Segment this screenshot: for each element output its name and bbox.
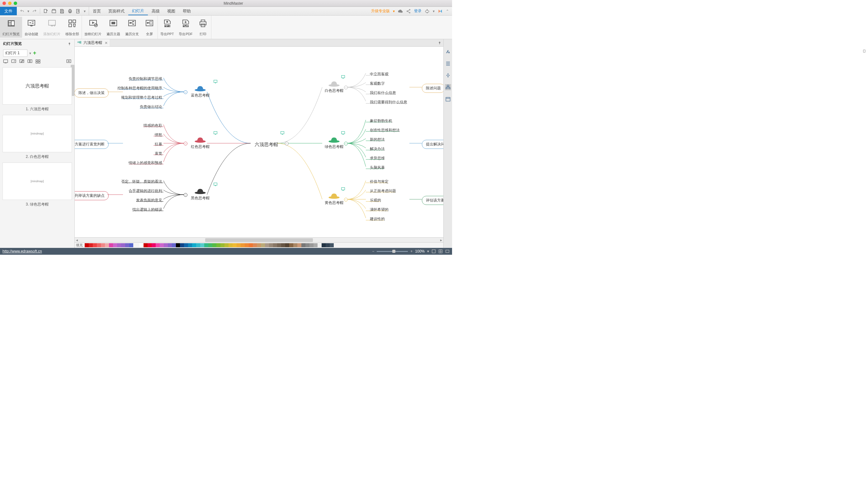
pin-icon[interactable] (438, 41, 442, 45)
menu-tab-0[interactable]: 首页 (89, 7, 105, 15)
expander-icon[interactable]: − (344, 142, 348, 145)
child-node[interactable]: 建设性的 (367, 215, 387, 223)
print-icon[interactable] (68, 9, 73, 14)
child-node[interactable]: 满怀希望的 (367, 206, 391, 213)
child-node[interactable]: 否定、怀疑、质疑的看法 (119, 178, 165, 185)
color-swatch[interactable] (289, 243, 293, 247)
expander-icon[interactable]: − (344, 86, 348, 89)
hat-node-白色思考帽[interactable]: 白色思考帽 (322, 79, 346, 94)
expander-icon[interactable]: − (184, 90, 187, 94)
menu-tab-4[interactable]: 视图 (163, 7, 179, 15)
child-node[interactable]: 头脑风暴 (367, 164, 387, 171)
color-swatch[interactable] (208, 243, 212, 247)
save-icon[interactable] (59, 9, 64, 14)
color-swatch[interactable] (322, 243, 326, 247)
expander-icon[interactable]: − (184, 193, 187, 197)
child-node[interactable]: 情绪上的感觉和预感 (126, 159, 165, 167)
color-swatch[interactable] (216, 243, 220, 247)
child-node[interactable]: 狂暴 (152, 141, 165, 148)
ribbon-幻灯片预览[interactable]: 幻灯片预览 (0, 17, 22, 38)
child-node[interactable]: 创造性思维和想法 (367, 127, 402, 134)
hat-node-蓝色思考帽[interactable]: 蓝色思考帽 (188, 83, 212, 99)
login-link[interactable]: 登录 (414, 9, 422, 14)
color-swatch[interactable] (93, 243, 97, 247)
color-swatch[interactable] (293, 243, 297, 247)
color-swatch[interactable] (273, 243, 277, 247)
dock-format-icon[interactable] (445, 48, 451, 55)
center-node[interactable]: 六顶思考帽 (252, 141, 280, 148)
color-swatch[interactable] (160, 243, 164, 247)
color-swatch[interactable] (229, 243, 233, 247)
color-swatch[interactable] (144, 243, 148, 247)
share-icon[interactable] (406, 9, 411, 14)
color-swatch[interactable] (101, 243, 105, 247)
slide-marker-icon[interactable] (213, 131, 218, 135)
menu-tab-1[interactable]: 页面样式 (105, 7, 128, 15)
child-node[interactable]: 乐观的 (367, 197, 384, 204)
color-swatch[interactable] (89, 243, 93, 247)
add-slide-icon[interactable]: + (33, 50, 37, 56)
color-swatch[interactable] (318, 243, 322, 247)
tool-icon-5[interactable] (35, 59, 41, 63)
tool-icon-4[interactable] (27, 59, 32, 63)
child-node[interactable]: 解决办法 (367, 145, 387, 153)
ribbon-添加幻灯片[interactable]: 添加幻灯片 (41, 17, 63, 38)
color-swatch[interactable] (314, 243, 318, 247)
hat-node-绿色思考帽[interactable]: 绿色思考帽 (322, 134, 346, 151)
ribbon-打印[interactable]: 打印 (195, 17, 211, 38)
upgrade-link[interactable]: 升级专业版 (371, 9, 390, 14)
color-swatch[interactable] (301, 243, 305, 247)
color-swatch[interactable] (85, 243, 89, 247)
expander-icon[interactable]: − (285, 142, 289, 145)
tool-icon-3[interactable] (19, 59, 24, 63)
color-swatch[interactable] (113, 243, 117, 247)
view-icon-2[interactable] (438, 249, 443, 254)
view-icon-1[interactable] (432, 249, 436, 254)
child-node[interactable]: 情感的色彩 (141, 122, 165, 129)
redo-icon[interactable] (32, 9, 37, 13)
color-swatch[interactable] (245, 243, 249, 247)
hscroll-thumb[interactable] (205, 238, 313, 242)
child-node[interactable]: 负责控制和调节思维 (126, 75, 165, 83)
color-swatch[interactable] (220, 243, 225, 247)
color-swatch[interactable] (121, 243, 125, 247)
maximize-window-icon[interactable] (14, 2, 17, 5)
cloud-icon[interactable] (398, 9, 403, 14)
ribbon-遍历主题[interactable]: 遍历主题 (104, 17, 123, 38)
color-swatch[interactable] (305, 243, 309, 247)
child-node[interactable]: 我们有什么信息 (367, 89, 399, 97)
ribbon-移除全部[interactable]: 移除全部 (63, 17, 82, 38)
mindmap-canvas[interactable]: 六顶思考帽蓝色思考帽−负责控制和调节思维控制各种思考帽的使用顺序规划和管理整个思… (75, 47, 443, 237)
document-tab[interactable]: 六顶思考帽 ✕ (75, 39, 110, 46)
color-swatch[interactable] (156, 243, 160, 247)
color-swatch[interactable] (241, 243, 245, 247)
color-swatch[interactable] (129, 243, 133, 247)
color-swatch[interactable] (172, 243, 176, 247)
color-swatch[interactable] (233, 243, 236, 247)
child-node[interactable]: 从正面考虑问题 (367, 187, 399, 195)
color-swatch[interactable] (204, 243, 208, 247)
ribbon-放映幻灯片[interactable]: 放映幻灯片 (82, 17, 104, 38)
theme-icon[interactable] (425, 9, 430, 14)
ribbon-遍历分支[interactable]: 遍历分支 (123, 17, 141, 38)
slide-thumb-2[interactable]: [mindmap] (2, 115, 72, 152)
menu-tab-2[interactable]: 幻灯片 (128, 7, 148, 15)
child-node[interactable]: 客观数字 (367, 80, 387, 87)
color-swatch[interactable] (212, 243, 216, 247)
child-node[interactable]: 直觉 (152, 150, 165, 157)
expander-icon[interactable]: − (344, 198, 348, 201)
child-node[interactable]: 愤怒 (152, 131, 165, 139)
color-swatch[interactable] (168, 243, 172, 247)
color-swatch[interactable] (125, 243, 129, 247)
hat-node-黑色思考帽[interactable]: 黑色思考帽 (188, 186, 212, 202)
box-node-0[interactable]: 陈述，做出决策 (75, 88, 108, 98)
slide-marker-icon[interactable] (341, 75, 345, 79)
color-swatch[interactable] (192, 243, 196, 247)
expander-icon[interactable]: − (184, 142, 187, 145)
box-node-r2[interactable]: 评估该方案的优点 (422, 196, 443, 205)
horizontal-scrollbar[interactable]: ◂ ▸ (75, 237, 443, 242)
color-swatch[interactable] (281, 243, 285, 247)
color-swatch[interactable] (249, 243, 253, 247)
child-node[interactable]: 规划和管理整个思考过程 (119, 94, 165, 101)
dock-outline-icon[interactable] (445, 60, 451, 67)
